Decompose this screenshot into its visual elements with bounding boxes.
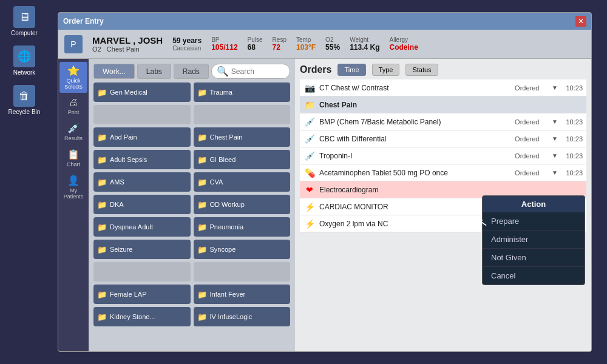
grid-btn-trauma[interactable]: 📁Trauma (194, 83, 291, 102)
grid-btn-od-workup[interactable]: 📁OD Workup (194, 195, 291, 214)
grid-btn-label: CVA (210, 178, 223, 186)
order-row[interactable]: 💉BMP (Chem 7/Basic Metabolic Panel)Order… (300, 113, 586, 130)
folder-icon: 📁 (197, 200, 207, 209)
allergy-group: Allergy Codeine (390, 36, 418, 52)
orders-header: Orders Time Type Status (300, 64, 586, 76)
grid-btn-gen-medical[interactable]: 📁Gen Medical (93, 83, 191, 102)
filter-status[interactable]: Status (405, 64, 438, 76)
computer-icon: 🖥 (13, 6, 35, 28)
order-row[interactable]: 📷CT Chest w/ ContrastOrdered▼10:23 (300, 79, 586, 96)
order-icon: 💉 (304, 151, 316, 161)
patient-sub: O2 Chest Pain (92, 46, 163, 53)
patient-name: MARVEL , JOSH (92, 35, 163, 46)
order-status: Ordered (515, 118, 548, 126)
nav-quick-selects[interactable]: ⭐ Quick Selects (59, 62, 87, 93)
grid-btn-ams[interactable]: 📁AMS (93, 172, 191, 192)
temp-group: Temp 103°F (296, 36, 316, 52)
recycle-icon: 🗑 (13, 85, 35, 107)
nav-chart[interactable]: 📋 Chart (59, 146, 87, 170)
desktop-icon-network[interactable]: 🌐 Network (13, 46, 36, 76)
results-icon: 💉 (67, 123, 80, 134)
allergy-label: Allergy (390, 36, 409, 43)
close-button[interactable]: ✕ (575, 16, 586, 27)
grid-empty-16 (93, 262, 191, 281)
desktop-icon-recycle[interactable]: 🗑 Recycle Bin (8, 85, 41, 115)
order-time: 10:23 (561, 152, 583, 160)
grid-btn-dka[interactable]: 📁DKA (93, 195, 191, 214)
grid-btn-label: Abd Pain (110, 133, 137, 141)
grid-btn-syncope[interactable]: 📁Syncope (194, 240, 291, 259)
grid-btn-label: Pneumonia (210, 223, 244, 231)
grid-btn-label: OD Workup (210, 201, 245, 208)
folder-icon: 📁 (97, 155, 107, 164)
o2-group: O2 55% (325, 36, 340, 52)
action-cancel[interactable]: Cancel (483, 267, 585, 285)
action-administer[interactable]: Administer (483, 231, 585, 249)
tab-labs[interactable]: Labs (137, 64, 171, 79)
nav-print[interactable]: 🖨 Print (59, 94, 87, 118)
grid-btn-gi-bleed[interactable]: 📁GI Bleed (194, 150, 291, 169)
my-patients-icon: 👤 (67, 175, 80, 186)
order-name: BMP (Chem 7/Basic Metabolic Panel) (319, 118, 511, 126)
left-panel: Work... Labs Rads 🔍 📁Gen Medical📁Trauma📁… (89, 59, 295, 352)
pulse-group: Pulse 68 (248, 36, 263, 52)
grid-btn-cva[interactable]: 📁CVA (194, 172, 291, 192)
folder-icon: 📁 (97, 312, 107, 322)
pulse-label: Pulse (248, 36, 263, 43)
order-arrow: ▼ (552, 169, 558, 176)
order-icon: 📁 (304, 100, 316, 110)
filter-time[interactable]: Time (337, 64, 365, 76)
bp-value: 105/112 (211, 43, 237, 52)
bp-label: BP (211, 36, 219, 43)
order-row[interactable]: 📁Chest Pain (300, 96, 586, 113)
tab-work[interactable]: Work... (93, 64, 135, 79)
grid-btn-label: Infant Fever (210, 291, 246, 298)
order-time: 10:23 (561, 135, 583, 143)
allergy-value: Codeine (390, 43, 418, 52)
action-prepare[interactable]: Prepare (483, 212, 585, 231)
order-name: Acetaminophen Tablet 500 mg PO once (319, 169, 511, 177)
order-row[interactable]: 💊Acetaminophen Tablet 500 mg PO onceOrde… (300, 164, 586, 181)
nav-results[interactable]: 💉 Results (59, 120, 87, 144)
grid-btn-abd-pain[interactable]: 📁Abd Pain (93, 127, 191, 147)
network-icon: 🌐 (13, 46, 35, 67)
window-title: Order Entry (63, 17, 104, 25)
order-row[interactable]: 💉CBC with DifferentialOrdered▼10:23 (300, 130, 586, 147)
nav-results-label: Results (64, 135, 83, 141)
order-icon: 💉 (304, 117, 316, 127)
nav-chart-label: Chart (67, 161, 80, 167)
order-arrow: ▼ (552, 152, 558, 159)
order-icon: ⚡ (304, 219, 316, 229)
patient-info: MARVEL , JOSH O2 Chest Pain (92, 35, 163, 53)
temp-label: Temp (296, 36, 311, 43)
nav-my-patients[interactable]: 👤 My Patients (59, 172, 87, 203)
search-input[interactable] (231, 67, 285, 76)
grid-btn-infant-fever[interactable]: 📁Infant Fever (194, 285, 291, 304)
grid-btn-chest-pain[interactable]: 📁Chest Pain (194, 127, 291, 147)
grid-btn-pneumonia[interactable]: 📁Pneumonia (194, 217, 291, 237)
action-not-given[interactable]: Not Given (483, 249, 585, 267)
grid-btn-female-lap[interactable]: 📁Female LAP (93, 285, 191, 304)
order-row[interactable]: 💉Troponin-IOrdered▼10:23 (300, 147, 586, 164)
pulse-value: 68 (248, 43, 256, 52)
desktop-icon-computer[interactable]: 🖥 Computer (11, 6, 38, 36)
bp-group: BP 105/112 (211, 36, 237, 52)
grid-btn-seizure[interactable]: 📁Seizure (93, 240, 191, 259)
tab-rads[interactable]: Rads (174, 64, 209, 79)
grid-btn-dyspnea-adult[interactable]: 📁Dyspnea Adult (93, 217, 191, 237)
orders-title: Orders (300, 64, 331, 75)
grid-btn-adult-sepsis[interactable]: 📁Adult Sepsis (93, 150, 191, 169)
grid-btn-label: DKA (110, 201, 124, 208)
search-box[interactable]: 🔍 (211, 64, 290, 79)
folder-icon: 📁 (97, 290, 107, 299)
filter-type[interactable]: Type (372, 64, 400, 76)
grid-btn-kidney-stone...[interactable]: 📁Kidney Stone... (93, 307, 191, 326)
action-dropdown: Action Prepare Administer Not Given Canc… (482, 195, 585, 285)
folder-icon: 📁 (197, 155, 207, 164)
nav-print-label: Print (68, 109, 80, 115)
folder-icon: 📁 (97, 133, 107, 142)
grid-btn-label: Trauma (210, 89, 233, 96)
folder-icon: 📁 (97, 88, 107, 97)
right-panel: Orders Time Type Status 📷CT Chest w/ Con… (295, 59, 591, 352)
grid-btn-iv-infuselogic[interactable]: 📁IV InfuseLogic (194, 307, 291, 326)
